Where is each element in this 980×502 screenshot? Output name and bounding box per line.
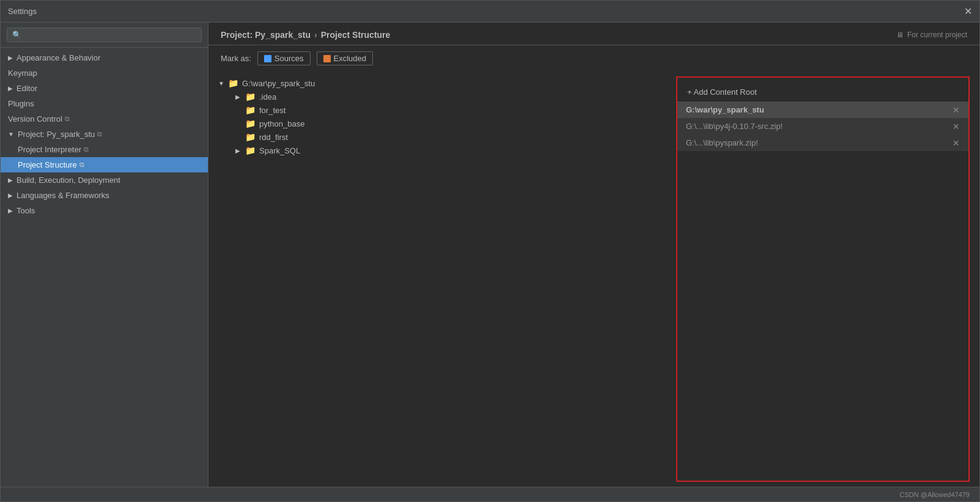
for-current-project-button[interactable]: 🖥 For current project <box>896 31 967 39</box>
folder-icon: 📁 <box>245 146 256 155</box>
content-area: Project: Py_spark_stu › Project Structur… <box>208 23 979 487</box>
arrow-icon: ▶ <box>8 85 13 92</box>
tree-item-rdd-first[interactable]: 📁 rdd_first <box>208 130 676 144</box>
file-tree-area: ▼ 📁 G:\war\py_spark_stu ▶ 📁 .idea 📁 <box>208 72 979 487</box>
sidebar-item-label: Plugins <box>8 99 34 108</box>
tree-item-for-test[interactable]: 📁 for_test <box>208 103 676 117</box>
tree-arrow-icon: ▶ <box>235 147 243 154</box>
sidebar-item-label: Project Structure <box>18 160 77 169</box>
sidebar-item-languages[interactable]: ▶ Languages & Frameworks <box>1 188 208 203</box>
copy-icon: ⧉ <box>84 146 89 153</box>
right-panel: + Add Content Root G:\war\py_spark_stu ✕… <box>676 76 970 482</box>
for-current-project-label: For current project <box>907 31 967 39</box>
breadcrumb-project: Project: Py_spark_stu <box>221 30 311 40</box>
sidebar-item-project-structure[interactable]: Project Structure ⧉ <box>1 157 208 172</box>
close-button[interactable]: ✕ <box>964 6 972 17</box>
sidebar-item-label: Editor <box>17 84 37 93</box>
sidebar-item-label: Keymap <box>8 68 37 78</box>
root-item-close-2[interactable]: ✕ <box>952 122 960 131</box>
tree-item-label: for_test <box>259 106 286 115</box>
sources-color-icon <box>264 55 271 62</box>
tree-item-idea[interactable]: ▶ 📁 .idea <box>208 90 676 103</box>
folder-icon: 📁 <box>245 92 256 102</box>
sidebar: ▶ Appearance & Behavior Keymap ▶ Editor … <box>1 23 208 487</box>
sidebar-item-tools[interactable]: ▶ Tools <box>1 203 208 218</box>
tree-arrow-icon: ▶ <box>235 94 243 100</box>
copy-icon: ⧉ <box>97 130 102 138</box>
tree-item-python-base[interactable]: 📁 python_base <box>208 117 676 130</box>
tree-item-label: rdd_first <box>259 133 288 142</box>
content-header: Project: Py_spark_stu › Project Structur… <box>208 23 979 45</box>
settings-window: Settings ✕ ▶ Appearance & Behavior Keyma… <box>0 0 980 502</box>
breadcrumb: Project: Py_spark_stu › Project Structur… <box>221 30 390 40</box>
sidebar-item-appearance[interactable]: ▶ Appearance & Behavior <box>1 50 208 65</box>
nav-items: ▶ Appearance & Behavior Keymap ▶ Editor … <box>1 48 208 487</box>
sidebar-item-project-interpreter[interactable]: Project Interpreter ⧉ <box>1 142 208 157</box>
file-tree: ▼ 📁 G:\war\py_spark_stu ▶ 📁 .idea 📁 <box>208 72 676 487</box>
arrow-icon: ▼ <box>8 131 14 138</box>
add-content-root-button[interactable]: + Add Content Root <box>677 83 968 102</box>
copy-icon: 🖥 <box>896 31 904 39</box>
window-title: Settings <box>8 7 37 16</box>
title-bar: Settings ✕ <box>1 1 979 23</box>
root-item-text-1: G:\war\py_spark_stu <box>686 105 764 114</box>
sidebar-item-label: Build, Execution, Deployment <box>17 175 120 185</box>
content-root-item-3[interactable]: G:\...\lib\pyspark.zip! ✕ <box>677 135 968 151</box>
content-root-item-2[interactable]: G:\...\lib\py4j-0.10.7-src.zip! ✕ <box>677 118 968 135</box>
sidebar-item-label: Project Interpreter <box>18 145 81 154</box>
sidebar-item-build[interactable]: ▶ Build, Execution, Deployment <box>1 172 208 188</box>
tree-item-label: python_base <box>259 119 304 128</box>
bottom-text: CSDN @Allowed47479 <box>899 491 970 498</box>
sidebar-item-label: Version Control <box>8 114 62 124</box>
folder-icon: 📁 <box>245 132 256 142</box>
mark-as-bar: Mark as: Sources Excluded <box>208 45 979 72</box>
tree-item-label: .idea <box>259 92 276 102</box>
add-content-root-label: + Add Content Root <box>687 87 757 97</box>
excluded-color-icon <box>323 55 331 62</box>
copy-icon: ⧉ <box>79 161 84 169</box>
arrow-icon: ▶ <box>8 207 13 214</box>
folder-icon: 📁 <box>245 105 256 115</box>
sidebar-item-keymap[interactable]: Keymap <box>1 65 208 81</box>
sidebar-item-label: Project: Py_spark_stu <box>18 130 95 139</box>
root-item-text-3: G:\...\lib\pyspark.zip! <box>686 138 758 147</box>
tree-item-spark-sql[interactable]: ▶ 📁 Spark_SQL <box>208 144 676 157</box>
root-item-close-1[interactable]: ✕ <box>952 106 960 114</box>
breadcrumb-current: Project Structure <box>321 30 391 40</box>
mark-as-label: Mark as: <box>221 54 251 63</box>
breadcrumb-separator: › <box>314 30 317 40</box>
sidebar-item-label: Tools <box>17 206 35 215</box>
arrow-icon: ▶ <box>8 192 13 199</box>
sidebar-item-editor[interactable]: ▶ Editor <box>1 81 208 96</box>
sidebar-item-label: Languages & Frameworks <box>17 191 109 200</box>
tree-arrow-icon: ▼ <box>218 80 226 87</box>
bottom-bar: CSDN @Allowed47479 <box>1 487 979 501</box>
copy-icon: ⧉ <box>65 115 70 123</box>
sidebar-item-label: Appearance & Behavior <box>17 53 100 62</box>
main-content: ▶ Appearance & Behavior Keymap ▶ Editor … <box>1 23 979 487</box>
excluded-label: Excluded <box>334 54 366 63</box>
excluded-button[interactable]: Excluded <box>317 51 373 65</box>
arrow-icon: ▶ <box>8 177 13 183</box>
sources-label: Sources <box>274 54 304 63</box>
root-item-close-3[interactable]: ✕ <box>952 139 960 147</box>
content-root-item-1[interactable]: G:\war\py_spark_stu ✕ <box>677 102 968 118</box>
sidebar-item-project[interactable]: ▼ Project: Py_spark_stu ⧉ <box>1 127 208 142</box>
tree-item-root[interactable]: ▼ 📁 G:\war\py_spark_stu <box>208 76 676 90</box>
tree-root-label: G:\war\py_spark_stu <box>242 79 315 88</box>
folder-icon: 📁 <box>228 78 238 88</box>
arrow-icon: ▶ <box>8 54 13 61</box>
sidebar-item-version-control[interactable]: Version Control ⧉ <box>1 111 208 127</box>
folder-icon: 📁 <box>245 119 256 128</box>
root-item-text-2: G:\...\lib\py4j-0.10.7-src.zip! <box>686 122 783 131</box>
sidebar-item-plugins[interactable]: Plugins <box>1 96 208 111</box>
sources-button[interactable]: Sources <box>257 51 311 65</box>
tree-item-label: Spark_SQL <box>259 146 300 155</box>
search-input[interactable] <box>7 28 202 42</box>
search-bar <box>1 23 208 48</box>
